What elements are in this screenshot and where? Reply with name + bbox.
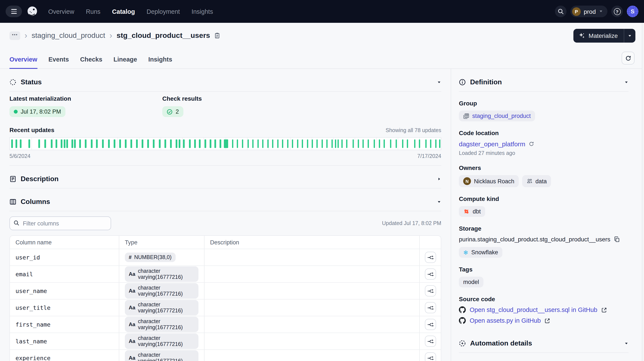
- update-tick[interactable]: [384, 139, 385, 148]
- update-tick[interactable]: [66, 139, 68, 148]
- update-tick[interactable]: [85, 139, 86, 148]
- tab-events[interactable]: Events: [48, 56, 69, 69]
- update-tick[interactable]: [316, 139, 318, 148]
- update-tick[interactable]: [131, 139, 132, 148]
- update-tick[interactable]: [335, 139, 336, 148]
- update-tick[interactable]: [11, 139, 13, 148]
- owner-team-pill[interactable]: data: [522, 175, 551, 187]
- tab-checks[interactable]: Checks: [80, 56, 102, 69]
- update-tick[interactable]: [430, 139, 432, 148]
- update-tick[interactable]: [210, 139, 211, 148]
- update-tick[interactable]: [64, 139, 65, 148]
- filter-columns-input[interactable]: [10, 216, 111, 230]
- refresh-button[interactable]: [622, 52, 634, 64]
- update-tick[interactable]: [91, 139, 92, 148]
- update-tick[interactable]: [346, 139, 348, 148]
- view-lineage-button[interactable]: [425, 319, 436, 330]
- automation-collapse-caret[interactable]: [624, 341, 628, 346]
- tab-overview[interactable]: Overview: [10, 56, 37, 69]
- update-tick[interactable]: [439, 139, 440, 148]
- nav-item-overview[interactable]: Overview: [48, 8, 74, 15]
- update-tick[interactable]: [56, 139, 57, 148]
- update-tick[interactable]: [338, 139, 339, 148]
- update-tick[interactable]: [16, 139, 17, 148]
- latest-materialization-pill[interactable]: Jul 17, 8:02 PM: [10, 106, 66, 117]
- update-tick[interactable]: [435, 139, 437, 148]
- update-tick[interactable]: [199, 139, 200, 148]
- update-tick[interactable]: [44, 139, 46, 148]
- open-assets-py-in-github-link[interactable]: Open assets.py in GitHub: [470, 317, 541, 324]
- update-tick[interactable]: [74, 139, 76, 148]
- reload-code-location-icon[interactable]: [529, 141, 534, 147]
- tab-insights[interactable]: Insights: [148, 56, 172, 69]
- code-location-link[interactable]: dagster_open_platform: [459, 140, 526, 148]
- update-tick[interactable]: [267, 139, 268, 148]
- update-tick[interactable]: [159, 139, 160, 148]
- view-lineage-button[interactable]: [425, 302, 436, 313]
- update-tick[interactable]: [183, 139, 185, 148]
- materialize-dropdown-caret[interactable]: [624, 29, 636, 42]
- update-tick[interactable]: [242, 139, 243, 148]
- update-tick[interactable]: [331, 139, 333, 148]
- status-collapse-caret[interactable]: [437, 80, 441, 84]
- update-tick[interactable]: [407, 139, 408, 148]
- compute-kind-pill[interactable]: dbt: [459, 206, 485, 217]
- update-tick[interactable]: [287, 139, 288, 148]
- update-tick[interactable]: [153, 139, 154, 148]
- view-lineage-button[interactable]: [425, 252, 436, 263]
- definition-collapse-caret[interactable]: [624, 80, 628, 84]
- update-tick[interactable]: [142, 139, 143, 148]
- update-tick[interactable]: [125, 139, 126, 148]
- view-lineage-button[interactable]: [425, 285, 436, 297]
- update-tick[interactable]: [214, 139, 216, 148]
- nav-item-insights[interactable]: Insights: [192, 8, 213, 15]
- update-tick[interactable]: [120, 139, 121, 148]
- update-tick[interactable]: [374, 139, 375, 148]
- update-tick[interactable]: [277, 139, 278, 148]
- update-tick[interactable]: [321, 139, 323, 148]
- update-tick[interactable]: [79, 139, 81, 148]
- breadcrumb-group-link[interactable]: staging_cloud_product: [32, 31, 105, 40]
- update-tick[interactable]: [232, 139, 233, 148]
- update-tick[interactable]: [425, 139, 427, 148]
- update-tick[interactable]: [307, 139, 308, 148]
- update-tick[interactable]: [358, 139, 359, 148]
- update-tick[interactable]: [72, 139, 73, 148]
- update-tick[interactable]: [326, 139, 328, 148]
- storage-platform-pill[interactable]: ❄ Snowflake: [459, 247, 502, 258]
- update-tick[interactable]: [96, 139, 98, 148]
- update-tick[interactable]: [292, 139, 293, 148]
- update-tick[interactable]: [414, 139, 416, 148]
- update-tick[interactable]: [38, 139, 40, 148]
- update-tick[interactable]: [272, 139, 273, 148]
- update-tick[interactable]: [108, 139, 110, 148]
- update-tick[interactable]: [419, 139, 420, 148]
- update-tick[interactable]: [379, 139, 380, 148]
- update-tick[interactable]: [170, 139, 172, 148]
- breadcrumb-ellipsis-button[interactable]: •••: [10, 31, 20, 40]
- update-tick[interactable]: [396, 139, 397, 148]
- update-tick[interactable]: [262, 139, 264, 148]
- description-expand-caret[interactable]: [437, 177, 441, 181]
- copy-asset-name-icon[interactable]: [214, 32, 220, 39]
- update-tick[interactable]: [20, 139, 21, 148]
- update-tick[interactable]: [102, 139, 104, 148]
- update-tick[interactable]: [341, 139, 343, 148]
- update-tick[interactable]: [51, 139, 52, 148]
- update-tick[interactable]: [282, 139, 283, 148]
- update-tick[interactable]: [28, 139, 30, 148]
- help-icon[interactable]: ?: [611, 5, 623, 17]
- nav-item-catalog[interactable]: Catalog: [112, 8, 135, 15]
- update-tick[interactable]: [236, 139, 238, 148]
- update-tick-cluster[interactable]: [224, 139, 228, 148]
- update-tick[interactable]: [220, 139, 221, 148]
- update-tick[interactable]: [189, 139, 191, 148]
- update-tick[interactable]: [179, 139, 180, 148]
- update-tick[interactable]: [136, 139, 138, 148]
- update-tick[interactable]: [205, 139, 206, 148]
- group-pill[interactable]: staging_cloud_product: [459, 111, 535, 121]
- update-tick[interactable]: [61, 139, 62, 148]
- update-tick[interactable]: [252, 139, 254, 148]
- owner-user-pill[interactable]: N Nicklaus Roach: [459, 175, 519, 187]
- update-tick[interactable]: [165, 139, 166, 148]
